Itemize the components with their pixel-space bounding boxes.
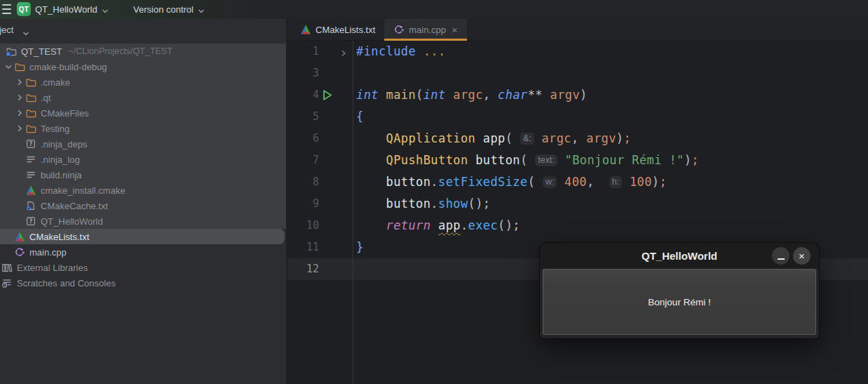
tree-item-label: .ninja_log xyxy=(41,154,80,165)
tree-item--cmake[interactable]: .cmake xyxy=(0,74,286,90)
chevron-spacer xyxy=(14,216,25,227)
tree-item-cmake-install-cmake[interactable]: cmake_install.cmake xyxy=(0,183,286,198)
token-plain: , xyxy=(571,131,586,145)
gutter: 6 xyxy=(287,128,353,150)
close-icon[interactable]: × xyxy=(452,25,458,35)
parameter-hint: h: xyxy=(609,176,622,188)
token-plain xyxy=(468,153,476,167)
code-line-4[interactable]: 4int main(int argc, char** argv) xyxy=(287,84,868,106)
tree-item--qt[interactable]: .qt xyxy=(0,90,286,105)
cpp-class-icon xyxy=(14,246,25,258)
token-function_decl: main xyxy=(386,88,416,102)
chevron-spacer xyxy=(14,185,25,196)
token-plain: ) xyxy=(684,153,692,167)
tree-item-cmakefiles[interactable]: CMakeFiles xyxy=(0,105,286,121)
tree-item-qt-test[interactable]: QT_TEST~/CLionProjects/QT_TEST xyxy=(0,44,286,59)
main-menu-button[interactable] xyxy=(2,4,12,14)
project-widget[interactable]: QT_HelloWorld xyxy=(35,0,109,19)
code-line-10[interactable]: 10 return app.exec(); xyxy=(287,215,868,237)
token-variable: button xyxy=(386,197,431,211)
token-method: setFixedSize xyxy=(438,175,528,189)
tab-cmakelists-txt[interactable]: CMakeLists.txt xyxy=(291,19,384,40)
code-line-9[interactable]: 9 button.show(); xyxy=(287,193,868,215)
token-fold: ... xyxy=(423,44,446,58)
tree-item-label: QT_HelloWorld xyxy=(41,216,103,227)
token-variable: button xyxy=(475,153,520,167)
code-text: button.setFixedSize( w: 400, h: 100); xyxy=(353,171,868,193)
code-text xyxy=(353,62,868,84)
code-line-8[interactable]: 8 button.setFixedSize( w: 400, h: 100); xyxy=(287,171,868,193)
run-icon[interactable] xyxy=(320,88,334,105)
code-text: { xyxy=(353,106,868,128)
token-string: "Bonjour Rémi !" xyxy=(565,153,684,167)
token-keyword: char xyxy=(498,88,528,102)
code-line-3[interactable]: 3 xyxy=(287,62,868,84)
tree-item-main-cpp[interactable]: main.cpp xyxy=(0,244,286,260)
tree-item-label: CMakeFiles xyxy=(41,108,89,119)
chevron-right-icon[interactable] xyxy=(14,77,25,88)
tree-item-testing[interactable]: Testing xyxy=(0,121,286,136)
qt-window-titlebar[interactable]: QT_HelloWorld × xyxy=(540,243,819,269)
tree-item-label: build.ninja xyxy=(41,170,82,180)
vcs-widget[interactable]: Version control xyxy=(133,0,205,19)
project-panel-header[interactable]: Project xyxy=(0,19,286,42)
token-plain: ( xyxy=(416,88,423,102)
line-number: 4 xyxy=(287,84,319,106)
project-folder-icon xyxy=(6,46,17,57)
gutter: 9 xyxy=(287,193,353,215)
folder-icon xyxy=(14,61,25,72)
tree-item-scratches-and-consoles[interactable]: Scratches and Consoles xyxy=(0,275,286,291)
tree-item-external-libraries[interactable]: External Libraries xyxy=(0,260,286,275)
code-line-7[interactable]: 7 QPushButton button( text: "Bonjour Rém… xyxy=(287,150,868,171)
chevron-right-icon[interactable] xyxy=(14,107,25,119)
chevron-down-icon[interactable] xyxy=(3,61,14,72)
folder-icon xyxy=(25,92,36,103)
token-keyword: int xyxy=(356,88,379,102)
tree-item-cmakelists-txt[interactable]: CMakeLists.txt xyxy=(0,229,285,244)
tree-item-label: main.cpp xyxy=(29,247,67,258)
tree-item-qt-helloworld[interactable]: ?QT_HelloWorld xyxy=(0,213,286,229)
token-semicolon: ; xyxy=(691,153,699,167)
editor-tab-bar: CMakeLists.txt main.cpp × xyxy=(287,19,868,41)
token-plain: ( xyxy=(528,175,543,189)
fold-chevron-icon[interactable] xyxy=(339,48,348,60)
chevron-spacer xyxy=(14,138,25,150)
chevron-spacer xyxy=(14,154,25,165)
token-return_keyword: return xyxy=(386,218,431,232)
line-number: 8 xyxy=(287,171,319,193)
folder-icon xyxy=(25,107,36,119)
token-directive: #include xyxy=(356,44,416,58)
svg-text:?: ? xyxy=(29,218,33,225)
tree-item--ninja-log[interactable]: .ninja_log xyxy=(0,152,286,167)
tab-main-cpp[interactable]: main.cpp × xyxy=(384,19,467,40)
tree-item-label: Scratches and Consoles xyxy=(17,278,116,289)
tree-item-build-ninja[interactable]: build.ninja xyxy=(0,167,286,183)
token-method: show xyxy=(438,197,468,211)
app-logo[interactable]: QT xyxy=(17,2,31,16)
tree-item-cmakecache-txt[interactable]: CMakeCache.txt xyxy=(0,198,286,213)
code-line-1[interactable]: 1#include ... xyxy=(287,41,868,62)
qt-app-window: QT_HelloWorld × Bonjour Rémi ! xyxy=(540,243,819,338)
tree-item-label: .cmake xyxy=(41,77,70,88)
minimize-button[interactable] xyxy=(772,247,789,265)
chevron-right-icon[interactable] xyxy=(14,92,25,103)
gutter: 12 xyxy=(287,258,353,280)
chevron-spacer xyxy=(3,231,14,242)
token-parameter: argv xyxy=(550,88,581,102)
tree-item-path: ~/CLionProjects/QT_TEST xyxy=(69,46,172,56)
tree-item-cmake-build-debug[interactable]: cmake-build-debug xyxy=(0,59,286,74)
code-line-6[interactable]: 6 QApplication app( &: argc, argv); xyxy=(287,128,868,150)
token-plain xyxy=(356,197,386,211)
code-line-5[interactable]: 5{ xyxy=(287,106,868,128)
tree-item--ninja-deps[interactable]: ?.ninja_deps xyxy=(0,136,286,152)
tab-label: main.cpp xyxy=(409,25,446,35)
code-text: QPushButton button( text: "Bonjour Rémi … xyxy=(353,150,868,171)
chevron-spacer xyxy=(3,246,14,258)
project-widget-label: QT_HelloWorld xyxy=(35,4,97,15)
token-plain xyxy=(356,218,386,232)
token-plain: ) xyxy=(652,175,660,189)
token-plain: ( xyxy=(506,131,520,145)
close-button[interactable]: × xyxy=(793,247,811,265)
qt-push-button[interactable]: Bonjour Rémi ! xyxy=(543,269,816,335)
chevron-right-icon[interactable] xyxy=(14,123,25,134)
